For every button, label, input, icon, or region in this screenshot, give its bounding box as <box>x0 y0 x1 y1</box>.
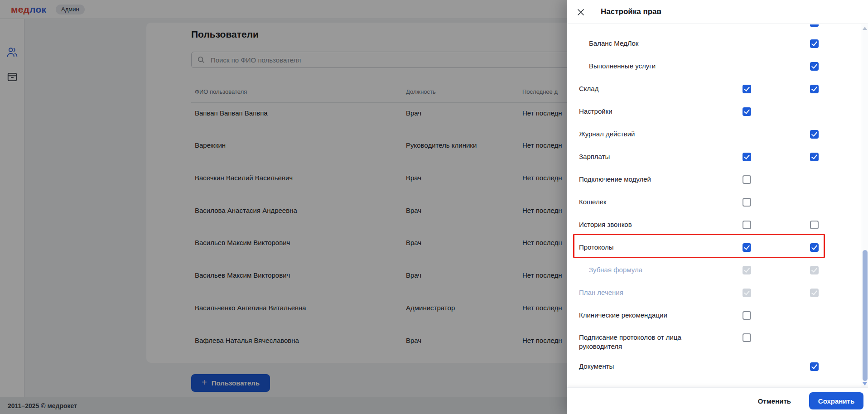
permission-label: Подключение модулей <box>579 175 651 184</box>
permission-label: Зубная формула <box>589 265 642 274</box>
close-icon <box>576 10 585 18</box>
permission-checkbox-col1[interactable] <box>743 85 751 93</box>
permission-checkbox-col2[interactable] <box>810 85 819 93</box>
permission-label: Журнал действий <box>579 130 635 139</box>
save-button[interactable]: Сохранить <box>809 392 863 409</box>
permission-checkbox-col1[interactable] <box>743 333 751 342</box>
scroll-up-arrow-icon[interactable] <box>863 27 867 30</box>
permission-checkbox-col2[interactable] <box>810 39 819 48</box>
permission-label: Клинические рекомендации <box>579 311 667 320</box>
permission-checkbox-col2[interactable] <box>810 130 819 139</box>
permission-checkbox-col1[interactable] <box>743 221 751 229</box>
close-button[interactable] <box>576 8 585 17</box>
modal-title: Настройка прав <box>601 7 661 16</box>
permission-checkbox-col2[interactable] <box>810 221 819 229</box>
modal-scrollbar-thumb[interactable] <box>863 250 868 381</box>
permission-checkbox-col1 <box>743 266 751 274</box>
permission-label: Баланс МедЛок <box>589 39 638 48</box>
permission-checkbox-col1[interactable] <box>743 243 751 252</box>
modal-footer: Отменить Сохранить <box>567 387 868 414</box>
permissions-list: Баланс МедЛокВыполненные услугиСкладНаст… <box>567 24 868 387</box>
permission-checkbox-col1 <box>743 289 751 297</box>
modal-header: Настройка прав <box>567 0 868 24</box>
permission-checkbox-col2 <box>810 24 819 27</box>
permission-label: План лечения <box>579 288 623 297</box>
modal-scrollbar-track[interactable] <box>862 24 868 387</box>
permission-checkbox-col1[interactable] <box>743 153 751 161</box>
permission-checkbox-col2[interactable] <box>810 62 819 71</box>
permission-label: История звонков <box>579 220 632 229</box>
permission-checkbox-col1[interactable] <box>743 107 751 116</box>
permission-label: Документы <box>579 362 614 371</box>
permission-label: Зарплаты <box>579 152 610 161</box>
permission-checkbox-col2[interactable] <box>810 243 819 252</box>
permission-label: Выполненные услуги <box>589 62 656 71</box>
scroll-down-arrow-icon[interactable] <box>863 382 867 385</box>
permission-checkbox-col1[interactable] <box>743 198 751 207</box>
cancel-button[interactable]: Отменить <box>758 397 791 405</box>
permission-label: Подписание протоколов от лица руководите… <box>579 333 724 351</box>
permission-label: Протоколы <box>579 243 613 252</box>
permission-checkbox-col2 <box>810 266 819 274</box>
permission-checkbox-col2[interactable] <box>810 153 819 161</box>
permission-checkbox-col1[interactable] <box>743 175 751 184</box>
permission-checkbox-col2[interactable] <box>810 362 819 371</box>
permission-label: Кошелек <box>579 197 607 207</box>
permission-checkbox-col2 <box>810 289 819 297</box>
rights-settings-modal: Настройка прав Баланс МедЛокВыполненные … <box>567 0 868 414</box>
permission-label: Настройки <box>579 107 612 116</box>
permission-checkbox-col1[interactable] <box>743 311 751 320</box>
permission-label: Склад <box>579 84 598 93</box>
